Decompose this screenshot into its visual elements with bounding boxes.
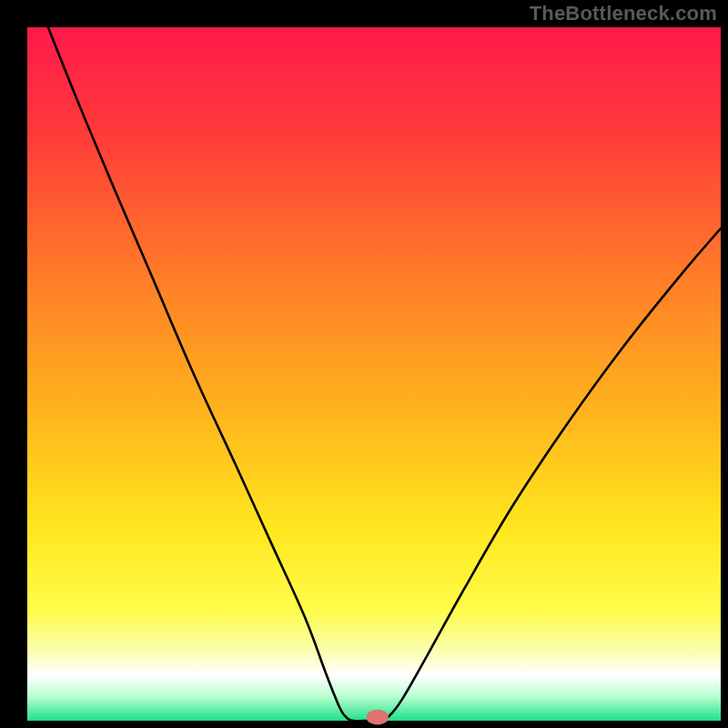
plot-background [27, 27, 721, 721]
bottleneck-chart [0, 0, 728, 728]
optimal-point-marker [367, 710, 389, 725]
watermark-text: TheBottleneck.com [530, 2, 717, 25]
